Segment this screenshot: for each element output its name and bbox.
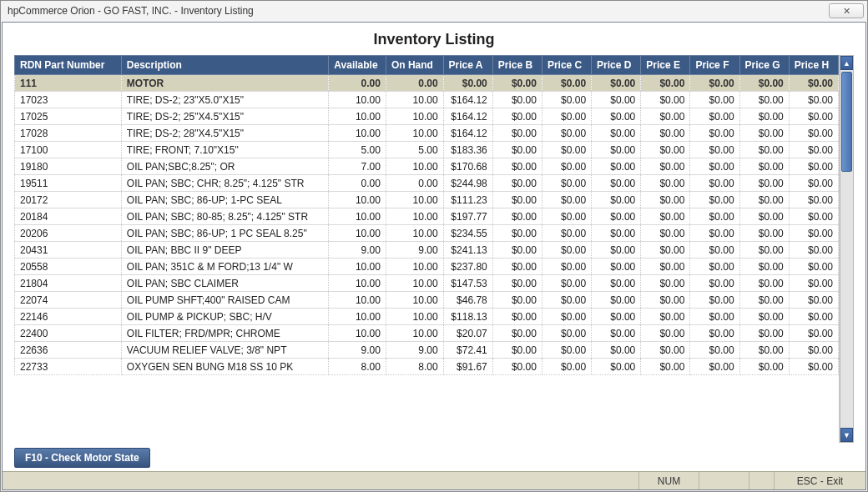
- cell-price-f: $0.00: [690, 309, 739, 325]
- cell-price-f: $0.00: [690, 108, 739, 125]
- cell-part-number: 17028: [15, 125, 122, 142]
- cell-part-number: 22400: [15, 325, 122, 342]
- cell-price-a: $118.13: [443, 309, 492, 325]
- cell-price-e: $0.00: [641, 92, 690, 108]
- status-spacer: [3, 472, 638, 489]
- col-part-number[interactable]: RDN Part Number: [15, 56, 122, 75]
- cell-available: 10.00: [329, 309, 386, 325]
- scroll-track[interactable]: [840, 70, 853, 428]
- col-price-a[interactable]: Price A: [443, 56, 492, 75]
- cell-price-g: $0.00: [739, 158, 789, 175]
- cell-price-a: $183.36: [443, 142, 492, 158]
- table-row[interactable]: 17025TIRE; DS-2; 25"X4.5"X15"10.0010.00$…: [15, 108, 839, 125]
- cell-description: OIL PAN; SBC; CHR; 8.25"; 4.125" STR: [121, 175, 329, 192]
- cell-available: 10.00: [329, 275, 386, 292]
- cell-price-g: $0.00: [739, 108, 789, 125]
- cell-part-number: 20431: [15, 242, 122, 259]
- page-title: Inventory Listing: [3, 23, 865, 55]
- cell-price-e: $0.00: [641, 75, 690, 92]
- table-row[interactable]: 17023TIRE; DS-2; 23"X5.0"X15"10.0010.00$…: [15, 92, 839, 108]
- col-price-c[interactable]: Price C: [542, 56, 591, 75]
- table-row[interactable]: 17100TIRE; FRONT; 7.10"X15"5.005.00$183.…: [15, 142, 839, 158]
- cell-price-h: $0.00: [789, 342, 838, 359]
- table-row[interactable]: 19180OIL PAN;SBC;8.25"; OR7.0010.00$170.…: [15, 158, 839, 175]
- col-price-e[interactable]: Price E: [641, 56, 690, 75]
- cell-price-e: $0.00: [641, 158, 690, 175]
- table-row[interactable]: 22146OIL PUMP & PICKUP; SBC; H/V10.0010.…: [15, 309, 839, 325]
- vertical-scrollbar[interactable]: ▲ ▼: [840, 55, 854, 443]
- cell-price-c: $0.00: [542, 108, 591, 125]
- cell-price-h: $0.00: [789, 259, 838, 275]
- cell-available: 10.00: [329, 192, 386, 208]
- cell-price-b: $0.00: [492, 225, 542, 242]
- col-description[interactable]: Description: [121, 56, 329, 75]
- table-row[interactable]: 20558OIL PAN; 351C & M FORD;13 1/4" W10.…: [15, 259, 839, 275]
- cell-price-f: $0.00: [690, 242, 739, 259]
- inventory-grid[interactable]: RDN Part Number Description Available On…: [14, 55, 840, 443]
- table-row[interactable]: 20431OIL PAN; BBC II 9" DEEP9.009.00$241…: [15, 242, 839, 259]
- cell-price-c: $0.00: [542, 325, 591, 342]
- cell-price-h: $0.00: [789, 108, 838, 125]
- cell-price-c: $0.00: [542, 75, 591, 92]
- cell-on-hand: 10.00: [386, 208, 443, 225]
- table-row[interactable]: 20206OIL PAN; SBC; 86-UP; 1 PC SEAL 8.25…: [15, 225, 839, 242]
- cell-on-hand: 0.00: [386, 175, 443, 192]
- window-close-button[interactable]: ✕: [829, 3, 864, 18]
- check-motor-state-button[interactable]: F10 - Check Motor State: [14, 448, 150, 468]
- scroll-down-button[interactable]: ▼: [840, 428, 853, 442]
- table-row[interactable]: 111MOTOR0.000.00$0.00$0.00$0.00$0.00$0.0…: [15, 75, 839, 92]
- cell-on-hand: 9.00: [386, 342, 443, 359]
- status-esc-exit[interactable]: ESC - Exit: [774, 472, 865, 489]
- table-row[interactable]: 19511OIL PAN; SBC; CHR; 8.25"; 4.125" ST…: [15, 175, 839, 192]
- cell-price-f: $0.00: [690, 75, 739, 92]
- col-price-d[interactable]: Price D: [592, 56, 641, 75]
- cell-price-g: $0.00: [739, 259, 789, 275]
- col-on-hand[interactable]: On Hand: [386, 56, 443, 75]
- scroll-up-button[interactable]: ▲: [840, 56, 853, 70]
- cell-price-f: $0.00: [690, 275, 739, 292]
- table-row[interactable]: 17028TIRE; DS-2; 28"X4.5"X15"10.0010.00$…: [15, 125, 839, 142]
- col-price-g[interactable]: Price G: [739, 56, 789, 75]
- table-header: RDN Part Number Description Available On…: [15, 56, 839, 75]
- cell-description: OIL PAN;SBC;8.25"; OR: [121, 158, 329, 175]
- cell-price-h: $0.00: [789, 125, 838, 142]
- cell-price-h: $0.00: [789, 175, 838, 192]
- cell-price-a: $197.77: [443, 208, 492, 225]
- status-empty-2: [749, 472, 774, 489]
- table-row[interactable]: 22400OIL FILTER; FRD/MPR; CHROME10.0010.…: [15, 325, 839, 342]
- cell-price-e: $0.00: [641, 342, 690, 359]
- cell-available: 10.00: [329, 292, 386, 309]
- cell-on-hand: 10.00: [386, 192, 443, 208]
- cell-price-c: $0.00: [542, 359, 591, 375]
- cell-price-f: $0.00: [690, 158, 739, 175]
- table-row[interactable]: 22733OXYGEN SEN BUNG M18 SS 10 PK8.008.0…: [15, 359, 839, 375]
- cell-price-g: $0.00: [739, 359, 789, 375]
- col-price-f[interactable]: Price F: [690, 56, 739, 75]
- cell-part-number: 111: [15, 75, 122, 92]
- cell-price-b: $0.00: [492, 125, 542, 142]
- col-price-h[interactable]: Price H: [789, 56, 838, 75]
- col-available[interactable]: Available: [329, 56, 386, 75]
- cell-price-d: $0.00: [592, 292, 641, 309]
- cell-available: 9.00: [329, 242, 386, 259]
- table-row[interactable]: 22636VACUUM RELIEF VALVE; 3/8" NPT9.009.…: [15, 342, 839, 359]
- cell-price-c: $0.00: [542, 92, 591, 108]
- cell-price-a: $164.12: [443, 108, 492, 125]
- cell-available: 0.00: [329, 175, 386, 192]
- cell-price-f: $0.00: [690, 359, 739, 375]
- table-row[interactable]: 22074OIL PUMP SHFT;400" RAISED CAM10.001…: [15, 292, 839, 309]
- cell-price-d: $0.00: [592, 142, 641, 158]
- table-row[interactable]: 21804OIL PAN; SBC CLAIMER10.0010.00$147.…: [15, 275, 839, 292]
- scroll-thumb[interactable]: [841, 72, 852, 172]
- cell-price-f: $0.00: [690, 142, 739, 158]
- cell-price-d: $0.00: [592, 242, 641, 259]
- table-row[interactable]: 20184OIL PAN; SBC; 80-85; 8.25"; 4.125" …: [15, 208, 839, 225]
- cell-price-a: $164.12: [443, 125, 492, 142]
- cell-price-d: $0.00: [592, 192, 641, 208]
- col-price-b[interactable]: Price B: [492, 56, 542, 75]
- table-row[interactable]: 20172OIL PAN; SBC; 86-UP; 1-PC SEAL10.00…: [15, 192, 839, 208]
- cell-price-g: $0.00: [739, 242, 789, 259]
- cell-price-d: $0.00: [592, 208, 641, 225]
- cell-description: TIRE; DS-2; 23"X5.0"X15": [121, 92, 329, 108]
- cell-price-c: $0.00: [542, 192, 591, 208]
